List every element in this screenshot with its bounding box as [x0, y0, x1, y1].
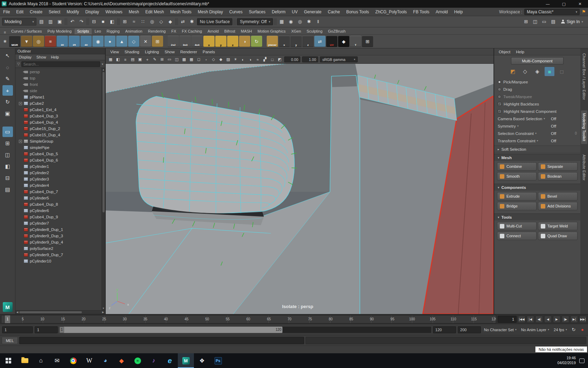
face-mode-icon[interactable]: ◈	[532, 67, 542, 76]
menu-item[interactable]: UV	[289, 8, 301, 16]
separator[interactable]	[164, 36, 167, 47]
bookmark-icon[interactable]: ▤	[129, 56, 136, 63]
gold-pair-icon[interactable]: ◑	[239, 36, 250, 47]
snap-projected-icon[interactable]: ◎	[148, 18, 156, 26]
fps-select[interactable]: 24 fps▾	[552, 328, 568, 332]
wikipedia-icon[interactable]: W	[81, 353, 97, 368]
menu-item[interactable]: Generate	[301, 8, 324, 16]
planar-projection-icon[interactable]: planar	[267, 36, 278, 47]
multi-component-mode-icon[interactable]: ■	[545, 67, 554, 76]
menu-set-select[interactable]: Modeling▾	[2, 18, 36, 26]
range-track[interactable]: 1 120	[59, 327, 431, 333]
play-forwards-button[interactable]: ▶	[553, 316, 560, 323]
move-tool-icon[interactable]: +	[2, 85, 13, 96]
uv-editor-icon[interactable]: UV	[326, 36, 337, 47]
outliner-menu-item[interactable]: Display	[17, 55, 34, 59]
uv-grid-2x2-icon[interactable]: 2x2	[168, 36, 179, 47]
menu-item[interactable]: Curves	[226, 8, 246, 16]
camera-based-selection-row[interactable]: Camera Based Selection▾ Off	[494, 115, 580, 122]
outliner-item[interactable]: pCube4_Dup_4	[15, 119, 102, 125]
single-pane-layout-icon[interactable]: ▭	[2, 127, 13, 137]
multi-component-button[interactable]: Multi-Component	[511, 57, 564, 64]
proj-x-icon[interactable]: x	[279, 36, 290, 47]
file-explorer-icon[interactable]	[17, 353, 33, 368]
menu-item[interactable]: Modify	[63, 8, 82, 16]
separator[interactable]	[175, 18, 178, 25]
shelf-tab[interactable]: Rigging	[104, 28, 122, 34]
shelf-tab[interactable]: Leo	[92, 28, 104, 34]
maximize-button[interactable]: ▢	[556, 0, 572, 8]
ipr-render-icon[interactable]: ◎	[296, 18, 304, 26]
motion-blur-icon[interactable]: ≈	[254, 56, 261, 63]
lasso-tool-icon[interactable]: ◌	[2, 62, 13, 73]
viewport-canvas[interactable]: Isolate : persp y x z	[106, 64, 493, 314]
outliner-item[interactable]: pCylinder7	[15, 220, 102, 226]
toolkit-button[interactable]: Combine	[497, 162, 537, 171]
two-d-pan-zoom-icon[interactable]: +	[144, 56, 151, 63]
image-plane-icon[interactable]: ▣	[136, 56, 144, 63]
uv-grid-3x3-icon[interactable]: 3x3	[180, 36, 191, 47]
camera-attributes-icon[interactable]: ≡	[122, 56, 129, 63]
command-input[interactable]	[19, 337, 304, 344]
render-settings-icon[interactable]: ✱	[305, 18, 313, 26]
workspace-pin-icon[interactable]: ⚑	[582, 9, 586, 14]
playback-loop-icon[interactable]: ↻	[570, 327, 577, 332]
go-to-end-button[interactable]: ▶▶|	[579, 316, 587, 323]
step-forward-key-button[interactable]: |▶	[562, 316, 569, 323]
ambient-occlusion-icon[interactable]: ◑	[247, 56, 254, 63]
workspace-select[interactable]: Maya Classic*▾	[524, 9, 580, 15]
rotate-tool-icon[interactable]: ↻	[2, 97, 13, 107]
toolkit-menu-item[interactable]: Object	[496, 50, 513, 54]
menu-item[interactable]: ZhCG_PolyTools	[372, 8, 410, 16]
right-panel-tab[interactable]: Channel Box / Layer Editor	[581, 50, 587, 103]
outliner-item[interactable]: pCube4_Dup_3	[15, 113, 102, 119]
mail-icon[interactable]: ✉	[49, 353, 65, 368]
shelf-options-icon[interactable]: ✱	[1, 39, 8, 44]
outliner-item[interactable]: pCylinder6	[15, 207, 102, 214]
poly-sphere-icon[interactable]: ●	[104, 36, 115, 47]
outliner-item[interactable]: pCylinder2	[15, 170, 102, 176]
outliner-item[interactable]: pCube4_Dup_7	[15, 189, 102, 195]
rotate-cv-icon[interactable]: ↻	[251, 36, 262, 47]
outliner-item[interactable]: pCube4_Dup_5	[15, 151, 102, 157]
shelf-tab[interactable]: Bifrost	[222, 28, 238, 34]
radio-icon[interactable]	[498, 80, 501, 84]
select-camera-icon[interactable]: ▦	[107, 56, 114, 63]
scale-tool-icon[interactable]: ▣	[2, 108, 13, 119]
exposure-field[interactable]: 0.00	[284, 56, 300, 62]
menu-item[interactable]: File	[0, 8, 13, 16]
shelf-tab[interactable]: FX Caching	[179, 28, 205, 34]
viewport-menu-item[interactable]: Lighting	[142, 50, 161, 54]
film-gate-icon[interactable]: ▭	[166, 56, 173, 63]
ui-elements-icon[interactable]: ▭	[540, 18, 548, 26]
filter-icon[interactable]: ▽	[17, 62, 20, 66]
mel-label[interactable]: MEL	[2, 337, 18, 344]
scroll-left-icon[interactable]: ◀	[15, 311, 19, 314]
shelf-tab[interactable]: FX	[169, 28, 179, 34]
outliner-item[interactable]: pCylinder1	[15, 163, 102, 170]
four-pane-layout-icon[interactable]: ⊞	[2, 138, 13, 149]
play-backwards-button[interactable]: ◀	[544, 316, 552, 323]
checkbox-icon[interactable]	[498, 102, 502, 106]
menu-item[interactable]: Mesh Display	[195, 8, 226, 16]
menu-item[interactable]: Edit	[13, 8, 27, 16]
app-icon-1[interactable]: ◕	[97, 353, 113, 368]
safe-title-icon[interactable]: ▫	[203, 56, 210, 63]
anim-layer-select[interactable]: No Anim Layer▾	[520, 328, 551, 332]
menu-item[interactable]: Display	[82, 8, 102, 16]
gamma-field[interactable]: 1.00	[302, 56, 318, 62]
spotify-icon[interactable]: ≈	[130, 353, 146, 368]
tweak-marquee-option[interactable]: Tweak/Marquee	[494, 93, 580, 100]
shelf-tab[interactable]: Curves / Surfaces	[8, 28, 44, 34]
menu-item[interactable]: Edit Mesh	[142, 8, 167, 16]
edge-icon[interactable]: e	[162, 353, 178, 368]
outliner-item[interactable]: pCylinder9_Dup_4	[15, 239, 102, 245]
outliner-item[interactable]: side	[15, 88, 102, 94]
step-forward-frame-button[interactable]: ▶|	[570, 316, 578, 323]
grid-toggle-icon[interactable]: ⊞	[522, 18, 530, 26]
open-scene-icon[interactable]: ▥	[47, 18, 55, 26]
menu-item[interactable]: Mesh	[126, 8, 142, 16]
animation-end-field[interactable]: 200	[458, 326, 481, 333]
object-mode-icon[interactable]: □	[557, 67, 567, 76]
toolkit-button[interactable]: Boolean	[538, 172, 578, 180]
